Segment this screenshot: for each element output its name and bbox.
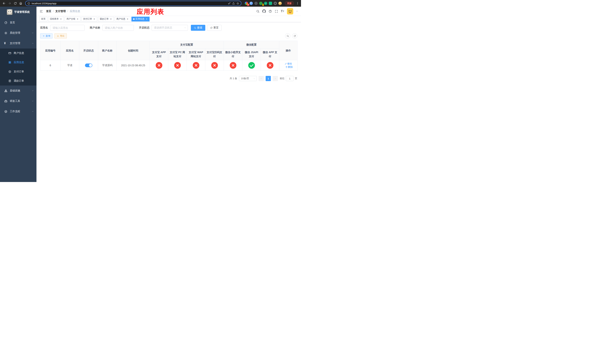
browser-menu-icon[interactable]: [295, 2, 300, 5]
extension-icon[interactable]: [249, 2, 253, 5]
tab-label: 用户分组: [66, 17, 75, 21]
reload-icon[interactable]: [13, 1, 18, 6]
header-alipay-qr: 支付宝扫码支付: [205, 49, 224, 60]
app-logo[interactable]: 芋道管理系统: [0, 7, 36, 17]
extension-icon[interactable]: [274, 2, 277, 5]
app-name-input[interactable]: [50, 25, 85, 31]
prev-page-button[interactable]: [258, 76, 264, 81]
breadcrumb-current: 应用信息: [66, 10, 80, 13]
close-icon[interactable]: [60, 18, 62, 20]
table-row: 6 芋道 芋道源码 2021-10-23 08:49:25 修改: [40, 60, 298, 71]
breadcrumb-payment: 支付管理: [51, 10, 66, 13]
next-page-button[interactable]: [273, 76, 278, 81]
tags-view: 首页 流程表单 用户分组 支付订单 退款订单 商户信息: [36, 16, 301, 22]
active-dot: [133, 18, 135, 20]
page-size-value: 10条/页: [241, 77, 249, 80]
chevron-down-icon: [184, 27, 186, 29]
sidebar-menu: 首页 系统管理 支付管理 商户信息 应用信息: [0, 17, 36, 117]
cell-app-name: 芋道: [61, 60, 79, 71]
status-select[interactable]: 请选择开启状态: [152, 25, 188, 31]
github-icon[interactable]: [262, 10, 266, 13]
share-icon[interactable]: [232, 2, 235, 5]
page-size-select[interactable]: 10条/页: [239, 76, 257, 81]
site-info-icon[interactable]: [27, 2, 30, 5]
add-button[interactable]: 新增: [40, 33, 53, 39]
sidebar-item-app-info[interactable]: 应用信息: [0, 58, 36, 67]
header-created: 创建时间: [117, 41, 150, 60]
dashboard-icon: [4, 21, 7, 24]
refresh-table-button[interactable]: [292, 33, 297, 39]
sidebar-item-infrastructure[interactable]: 基础设施: [0, 86, 36, 96]
sidebar-item-dev-tools[interactable]: 研发工具: [0, 96, 36, 106]
sidebar-item-pay-order[interactable]: 支付订单: [0, 67, 36, 76]
sidebar-item-label: 退款订单: [14, 79, 24, 83]
sidebar-item-merchant-info[interactable]: 商户信息: [0, 49, 36, 58]
sidebar-item-system[interactable]: 系统管理: [0, 28, 36, 38]
tree-structure-icon: [4, 89, 7, 92]
extension-icon[interactable]: [264, 2, 267, 5]
tab-app-info[interactable]: 应用信息: [131, 17, 150, 21]
goto-suffix: 页: [295, 77, 297, 80]
tab-process-form[interactable]: 流程表单: [48, 17, 64, 21]
close-icon[interactable]: [110, 18, 112, 20]
tab-home[interactable]: 首页: [39, 17, 47, 21]
tab-refund-order[interactable]: 退款订单: [98, 17, 114, 21]
tab-label: 支付订单: [83, 17, 92, 21]
delete-link[interactable]: 删除: [285, 65, 293, 69]
close-icon[interactable]: [145, 18, 148, 20]
goto-page-input[interactable]: [286, 76, 294, 81]
sidebar-toggle-icon[interactable]: [39, 10, 43, 13]
back-icon[interactable]: [1, 1, 7, 6]
bookmark-star-icon[interactable]: [236, 2, 239, 5]
search-button[interactable]: 搜索: [191, 25, 205, 31]
extension-icon[interactable]: [279, 2, 282, 5]
reset-button[interactable]: 重置: [207, 25, 222, 31]
sidebar-item-label: 系统管理: [10, 31, 20, 35]
page-number-current[interactable]: 1: [266, 76, 271, 81]
header-alipay-pc: 支付宝 PC 网站支付: [168, 49, 187, 60]
merchant-name-input[interactable]: [102, 25, 134, 31]
header-alipay-wap: 支付宝 WAP 网站支付: [187, 49, 205, 60]
help-icon[interactable]: [269, 10, 272, 13]
user-avatar[interactable]: [287, 8, 293, 14]
sidebar-item-refund-order[interactable]: 退款订单: [0, 76, 36, 86]
edit-link[interactable]: 修改: [285, 62, 292, 65]
url-bar[interactable]: localhost:1024/pay/app: [25, 1, 241, 6]
sidebar-item-payment[interactable]: 支付管理: [0, 38, 36, 49]
sidebar-item-label: 工作流程: [10, 110, 20, 113]
tab-label: 退款订单: [100, 17, 109, 21]
sidebar-item-workflow[interactable]: 工作流程: [0, 106, 36, 117]
extension-icon[interactable]: 1: [259, 2, 262, 5]
status-toggle[interactable]: [85, 64, 92, 67]
chevron-down-icon: [32, 90, 34, 92]
yen-icon: [4, 42, 7, 45]
password-key-icon[interactable]: [228, 2, 231, 5]
plus-icon: [43, 35, 45, 37]
extension-badge: 10: [247, 4, 249, 6]
home-icon[interactable]: [18, 1, 23, 6]
tab-merchant-info[interactable]: 商户信息: [115, 17, 130, 21]
extension-icon[interactable]: [254, 2, 258, 5]
breadcrumb-home[interactable]: 首页: [46, 10, 51, 13]
close-icon[interactable]: [93, 18, 96, 20]
wechat-lite-status-icon: [230, 62, 236, 69]
sidebar-item-label: 首页: [10, 21, 15, 24]
toggle-search-button[interactable]: [285, 33, 290, 39]
close-icon[interactable]: [76, 18, 79, 20]
caret-down-icon[interactable]: [296, 10, 298, 12]
fullscreen-icon[interactable]: [275, 10, 278, 13]
forward-icon[interactable]: [7, 1, 12, 6]
payment-submenu: 商户信息 应用信息 支付订单 退款订单: [0, 49, 36, 86]
font-size-icon[interactable]: [281, 10, 284, 13]
close-icon[interactable]: [126, 18, 129, 20]
export-button[interactable]: 导出: [54, 33, 67, 39]
extension-icon[interactable]: 10: [245, 2, 248, 5]
tab-pay-order[interactable]: 支付订单: [81, 17, 97, 21]
tab-user-group[interactable]: 用户分组: [65, 17, 81, 21]
search-icon[interactable]: [256, 10, 259, 13]
sidebar-item-label: 支付管理: [10, 42, 20, 45]
sidebar-item-home[interactable]: 首页: [0, 17, 36, 28]
chrome-update-button[interactable]: 更新: [285, 1, 294, 5]
refresh-icon: [210, 27, 213, 29]
extension-icon[interactable]: [269, 2, 272, 5]
